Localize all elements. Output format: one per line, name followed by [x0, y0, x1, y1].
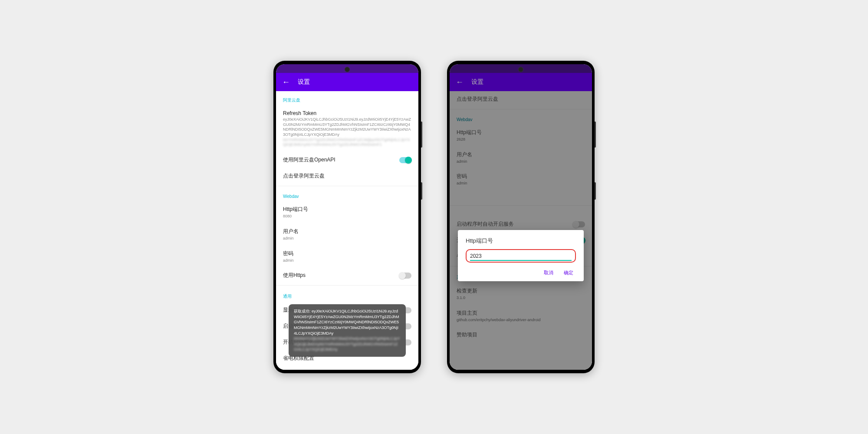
port-dialog: Http端口号 取消 确定 — [458, 230, 584, 281]
app-bar: ← 设置 — [450, 73, 592, 91]
toggle-https[interactable] — [399, 273, 411, 279]
status-bar — [450, 64, 592, 73]
divider — [276, 186, 418, 186]
screen-right: ← 设置 点击登录阿里云盘 Webdav Http端口号 2628 用户名 — [450, 64, 592, 370]
status-bar — [276, 64, 418, 73]
refresh-token-label: Refresh Token — [283, 110, 411, 116]
setting-password[interactable]: 密码 admin — [276, 246, 418, 268]
power-button — [421, 182, 422, 200]
volume-button — [421, 122, 422, 148]
app-title: 设置 — [471, 78, 483, 86]
section-header-webdav: Webdav — [276, 188, 418, 201]
ok-button[interactable]: 确定 — [564, 270, 573, 276]
section-header-aliyun: 阿里云盘 — [276, 91, 418, 106]
setting-use-openapi[interactable]: 使用阿里云盘OpenAPI — [276, 152, 418, 168]
settings-content: 阿里云盘 Refresh Token eyJ0eXAiOiJKV1QiLCJhb… — [276, 91, 418, 370]
setting-username[interactable]: 用户名 admin — [276, 224, 418, 246]
password-label: 密码 — [283, 250, 411, 257]
dialog-input-highlight — [466, 249, 576, 263]
power-button — [595, 182, 596, 200]
http-port-value: 8080 — [283, 214, 411, 219]
settings-content: 点击登录阿里云盘 Webdav Http端口号 2628 用户名 admin — [450, 91, 592, 370]
refresh-token-value: eyJ0eXAiOiJKV1QiLCJhbGciOiJSUzI1NiJ9.eyJ… — [283, 117, 411, 148]
use-openapi-label: 使用阿里云盘OpenAPI — [283, 156, 399, 164]
setting-http-port[interactable]: Http端口号 8080 — [276, 201, 418, 224]
app-bar: ← 设置 — [276, 73, 418, 91]
port-input[interactable] — [470, 252, 572, 261]
use-https-label: 使用Https — [283, 272, 399, 279]
dialog-title: Http端口号 — [466, 237, 576, 245]
dialog-actions: 取消 确定 — [466, 268, 576, 278]
back-arrow-icon[interactable]: ← — [456, 78, 464, 87]
cancel-button[interactable]: 取消 — [544, 270, 553, 276]
setting-refresh-token[interactable]: Refresh Token eyJ0eXAiOiJKV1QiLCJhbGciOi… — [276, 106, 418, 152]
password-value: admin — [283, 258, 411, 263]
toast-message: 获取成功: eyJ0eXAiOiJKV1QiLCJhbGciOiJSUzI1Ni… — [289, 304, 406, 357]
username-label: 用户名 — [283, 228, 411, 235]
setting-login-aliyun[interactable]: 点击登录阿里云盘 — [276, 168, 418, 184]
divider — [276, 285, 418, 286]
phone-mockup-right: ← 设置 点击登录阿里云盘 Webdav Http端口号 2628 用户名 — [447, 61, 595, 373]
app-title: 设置 — [298, 78, 310, 86]
screen-left: ← 设置 阿里云盘 Refresh Token eyJ0eXAiOiJKV1Qi… — [276, 64, 418, 370]
volume-button — [595, 122, 596, 148]
username-value: admin — [283, 236, 411, 241]
toggle-openapi[interactable] — [399, 157, 411, 163]
setting-use-https[interactable]: 使用Https — [276, 267, 418, 283]
login-aliyun-label: 点击登录阿里云盘 — [283, 172, 411, 180]
back-arrow-icon[interactable]: ← — [282, 78, 290, 87]
http-port-label: Http端口号 — [283, 206, 411, 213]
section-header-general: 通用 — [276, 287, 418, 302]
phone-mockup-left: ← 设置 阿里云盘 Refresh Token eyJ0eXAiOiJKV1Qi… — [273, 61, 421, 373]
